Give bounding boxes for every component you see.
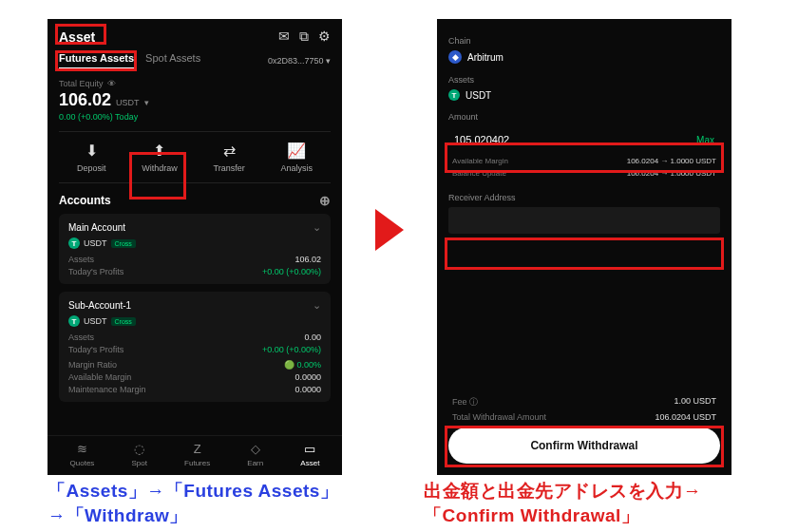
- chain-label: Chain: [448, 36, 720, 46]
- flow-arrow: [342, 19, 437, 251]
- receiver-address-input[interactable]: [448, 207, 720, 234]
- deposit-button[interactable]: ⬇Deposit: [77, 142, 106, 173]
- account-title: Sub-Account-1: [68, 300, 131, 311]
- accounts-heading: Accounts: [59, 194, 111, 207]
- analysis-button[interactable]: 📈Analysis: [281, 142, 314, 173]
- triangle-right-icon: [375, 209, 404, 251]
- confirm-withdrawal-button[interactable]: Confirm Withdrawal: [448, 428, 720, 464]
- chevron-down-icon[interactable]: ⌄: [313, 299, 321, 312]
- deposit-icon: ⬇: [86, 142, 98, 160]
- analysis-icon: 📈: [287, 142, 306, 160]
- max-button[interactable]: Max: [696, 135, 714, 145]
- usdt-icon: T: [68, 315, 80, 327]
- margin-ratio-value: 🟢 0.00%: [284, 360, 321, 370]
- futures-icon: Z: [194, 442, 201, 456]
- chevron-down-icon[interactable]: ⌄: [313, 221, 321, 234]
- nav-earn[interactable]: ◇Earn: [247, 442, 263, 467]
- nav-quotes[interactable]: ≋Quotes: [70, 442, 95, 467]
- transfer-icon: ⇄: [223, 142, 236, 160]
- phone-assets: Asset ✉ ⧉ ⚙ Futures Assets Spot Assets 0…: [48, 19, 342, 475]
- bottom-nav: ≋Quotes ◌Spot ZFutures ◇Earn ▭Asset: [48, 435, 342, 475]
- tab-spot-assets[interactable]: Spot Assets: [145, 52, 200, 69]
- eye-icon[interactable]: 👁: [107, 79, 116, 88]
- chat-icon[interactable]: ✉: [278, 28, 290, 45]
- total-equity-label: Total Equity👁: [59, 79, 331, 88]
- cross-badge: Cross: [111, 239, 136, 248]
- nav-spot[interactable]: ◌Spot: [131, 442, 146, 467]
- total-equity-value: 106.02 USDT ▾: [59, 90, 331, 110]
- asset-icon: ▭: [304, 442, 315, 456]
- chevron-down-icon[interactable]: ▾: [144, 98, 149, 107]
- tab-futures-assets[interactable]: Futures Assets: [59, 52, 134, 69]
- earn-icon: ◇: [251, 442, 260, 456]
- phone-withdraw: Chain ◆ Arbitrum Assets T USDT Amount 10…: [437, 19, 732, 475]
- gear-icon[interactable]: ⚙: [318, 28, 331, 45]
- receiver-label: Receiver Address: [448, 193, 720, 202]
- withdraw-icon: ⬆: [153, 142, 165, 160]
- usdt-icon: T: [448, 89, 460, 101]
- equity-today: 0.00 (+0.00%) Today: [59, 112, 331, 122]
- quotes-icon: ≋: [77, 442, 87, 456]
- highlight-receiver: [445, 238, 724, 270]
- wallet-address-short[interactable]: 0x2D83...7750 ▾: [268, 56, 331, 66]
- scan-icon[interactable]: ⧉: [299, 28, 309, 45]
- sub-account-card[interactable]: Sub-Account-1 ⌄ T USDT Cross Assets0.00 …: [59, 292, 331, 402]
- add-account-button[interactable]: ⊕: [319, 193, 331, 208]
- page-title: Asset: [59, 29, 95, 45]
- info-icon[interactable]: ⓘ: [469, 397, 478, 407]
- assets-label: Assets: [448, 75, 720, 85]
- header-icons: ✉ ⧉ ⚙: [278, 28, 331, 45]
- asset-selector[interactable]: T USDT: [448, 89, 720, 101]
- chain-selector[interactable]: ◆ Arbitrum: [448, 50, 720, 64]
- account-title: Main Account: [68, 222, 125, 233]
- nav-asset[interactable]: ▭Asset: [300, 442, 319, 467]
- arbitrum-icon: ◆: [448, 50, 462, 64]
- usdt-icon: T: [68, 238, 80, 249]
- fee-label: Fee ⓘ: [452, 396, 478, 408]
- withdraw-button[interactable]: ⬆Withdraw: [142, 142, 178, 173]
- nav-futures[interactable]: ZFutures: [184, 442, 210, 467]
- caption-left: 「Assets」→「Futures Assets」→「Withdraw」: [48, 479, 348, 528]
- amount-input[interactable]: 105.020402 Max: [448, 126, 720, 153]
- amount-label: Amount: [448, 112, 720, 122]
- transfer-button[interactable]: ⇄Transfer: [214, 142, 245, 173]
- main-account-card[interactable]: Main Account ⌄ T USDT Cross Assets106.02…: [59, 214, 331, 284]
- spot-icon: ◌: [134, 442, 144, 456]
- caption-right: 出金額と出金先アドレスを入力→「Confirm Withdrawal」: [424, 479, 770, 528]
- cross-badge: Cross: [111, 317, 136, 326]
